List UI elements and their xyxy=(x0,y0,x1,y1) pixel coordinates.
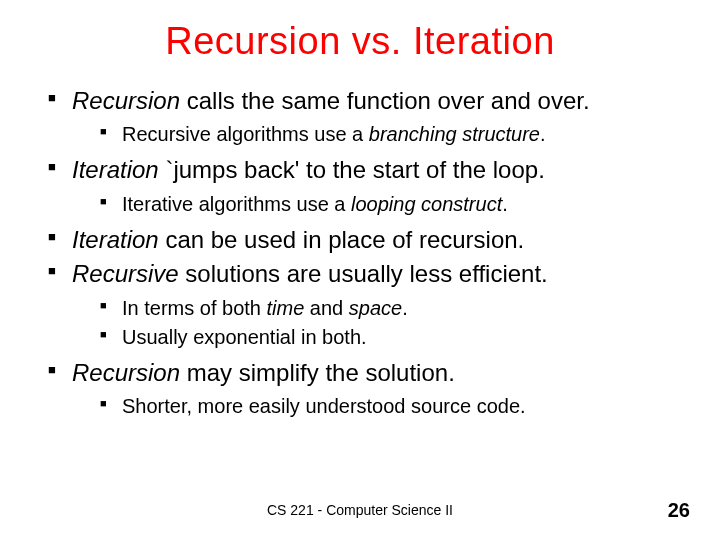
bullet-item: Recursive solutions are usually less eff… xyxy=(48,258,690,350)
sub-bullet-item: In terms of both time and space. xyxy=(100,295,690,322)
bullet-item: Recursion calls the same function over a… xyxy=(48,85,690,148)
bullet-item: Recursion may simplify the solution. Sho… xyxy=(48,357,690,420)
page-number: 26 xyxy=(668,499,690,522)
slide-title: Recursion vs. Iteration xyxy=(30,20,690,63)
sub-bullet-item: Usually exponential in both. xyxy=(100,324,690,351)
bullet-list: Recursion calls the same function over a… xyxy=(48,85,690,420)
bullet-item: Iteration can be used in place of recurs… xyxy=(48,224,690,256)
sub-bullet-item: Shorter, more easily understood source c… xyxy=(100,393,690,420)
bullet-item: Iteration `jumps back' to the start of t… xyxy=(48,154,690,217)
sub-bullet-item: Iterative algorithms use a looping const… xyxy=(100,191,690,218)
slide-footer: CS 221 - Computer Science II xyxy=(0,502,720,518)
sub-bullet-item: Recursive algorithms use a branching str… xyxy=(100,121,690,148)
slide: Recursion vs. Iteration Recursion calls … xyxy=(0,0,720,540)
